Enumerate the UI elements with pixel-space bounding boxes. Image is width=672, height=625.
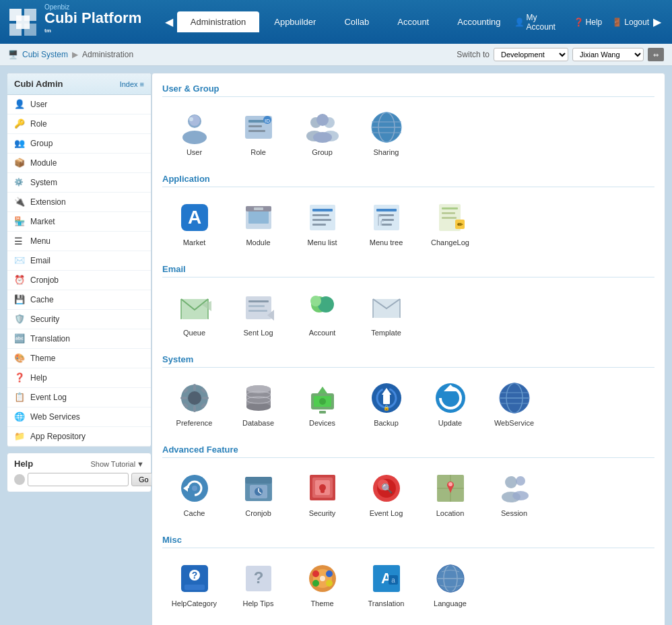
grid-item-changelog[interactable]: ✏ ChangeLog (418, 194, 482, 252)
backup-grid-icon: 🔒 (368, 380, 405, 416)
section-title-misc: Misc (162, 535, 654, 548)
sidebar-item-menu[interactable]: Menu (7, 232, 151, 251)
sidebar-item-system[interactable]: System (7, 173, 151, 193)
grid-item-devices[interactable]: Devices (290, 374, 354, 432)
security-icon (14, 314, 25, 325)
environment-select[interactable]: Development Production (494, 48, 568, 61)
grid-item-database[interactable]: Database (226, 374, 290, 432)
queue-grid-icon (176, 290, 213, 326)
grid-item-language[interactable]: Language (418, 555, 482, 613)
sidebar-item-security[interactable]: Security (7, 310, 151, 329)
grid-item-role[interactable]: ID Role (226, 104, 290, 162)
sidebar-item-module[interactable]: Module (7, 154, 151, 173)
cronjob-grid-icon (240, 470, 277, 506)
grid-item-queue[interactable]: Queue (162, 284, 226, 342)
logo-icon (7, 6, 39, 38)
grid-item-template[interactable]: Template (354, 284, 418, 342)
grid-item-market[interactable]: A Market (162, 194, 226, 252)
market-icon (14, 216, 25, 227)
svg-rect-36 (312, 219, 331, 221)
sidebar-index[interactable]: Index ≡ (120, 80, 144, 88)
theme-icon (14, 353, 25, 364)
svg-rect-37 (312, 224, 326, 226)
svg-text:ID: ID (265, 118, 270, 124)
session-grid-label: Session (501, 509, 527, 517)
nav-right-arrow[interactable]: ▶ (649, 15, 665, 28)
svg-rect-32 (254, 207, 263, 210)
backup-grid-label: Backup (374, 419, 399, 427)
sidebar-item-market[interactable]: Market (7, 212, 151, 232)
sidebar-item-user[interactable]: User (7, 95, 151, 114)
grid-item-user[interactable]: User (162, 104, 226, 162)
grid-item-sharing[interactable]: Sharing (354, 104, 418, 162)
grid-item-session[interactable]: Session (482, 465, 546, 523)
logout-link[interactable]: 🚪 Logout (612, 18, 649, 27)
tab-account[interactable]: Account (384, 11, 442, 32)
grid-item-eventlog[interactable]: 🔍 Event Log (354, 465, 418, 523)
cronjob-grid-label: Cronjob (245, 509, 271, 517)
sidebar-item-webservices[interactable]: Web Services (7, 407, 151, 427)
help-search-input[interactable] (28, 473, 129, 486)
sidebar-item-email[interactable]: Email (7, 251, 151, 271)
grid-item-theme[interactable]: Theme (290, 555, 354, 613)
tab-administration[interactable]: Administration (177, 11, 259, 32)
grid-item-helptips[interactable]: ? Help Tips (226, 555, 290, 613)
sidebar-item-apprepository[interactable]: App Repository (7, 427, 151, 447)
user-select[interactable]: Jixian Wang (572, 48, 644, 61)
grid-item-menulist[interactable]: Menu list (290, 194, 354, 252)
sharing-grid-icon (368, 109, 405, 145)
role-grid-icon: ID (240, 109, 277, 145)
tab-appbuilder[interactable]: Appbuilder (261, 11, 329, 32)
help-nav-icon (14, 372, 25, 383)
section-grid-user-group: User ID Role (162, 104, 654, 162)
section-title-email: Email (162, 264, 654, 277)
grid-item-backup[interactable]: 🔒 Backup (354, 374, 418, 432)
help-panel-title: Help (14, 459, 33, 469)
sidebar-item-extension[interactable]: Extension (7, 193, 151, 212)
show-tutorial-link[interactable]: Show Tutorial ▼ (90, 460, 144, 468)
svg-point-124 (448, 482, 452, 486)
grid-item-security[interactable]: Security (290, 465, 354, 523)
section-grid-application: A Market Module (162, 194, 654, 252)
breadcrumb-system-link[interactable]: Cubi System (22, 50, 68, 59)
help-link[interactable]: ❓ Help (574, 18, 603, 27)
grid-item-webservice[interactable]: WebService (482, 374, 546, 432)
grid-item-module[interactable]: Module (226, 194, 290, 252)
grid-item-cache[interactable]: Cache (162, 465, 226, 523)
sidebar-item-group[interactable]: Group (7, 134, 151, 154)
svg-rect-33 (310, 205, 335, 230)
sidebar-item-eventlog[interactable]: Event Log (7, 388, 151, 407)
my-account-link[interactable]: 👤 My Account (514, 13, 564, 32)
svg-point-20 (313, 132, 332, 143)
svg-rect-92 (383, 395, 390, 404)
grid-item-sentlog[interactable]: Sent Log (226, 284, 290, 342)
svg-rect-59 (248, 305, 265, 307)
svg-text:✏: ✏ (457, 221, 463, 228)
grid-item-email-account[interactable]: Account (290, 284, 354, 342)
grid-item-preference[interactable]: Preference (162, 374, 226, 432)
grid-item-translation[interactable]: A a Translation (354, 555, 418, 613)
grid-item-group[interactable]: Group (290, 104, 354, 162)
grid-item-update[interactable]: Update (418, 374, 482, 432)
location-grid-label: Location (436, 509, 465, 517)
sidebar-item-theme[interactable]: Theme (7, 349, 151, 368)
grid-item-helpcategory[interactable]: ? HelpCategory (162, 555, 226, 613)
sidebar-item-cronjob[interactable]: Cronjob (7, 271, 151, 290)
sidebar-item-help[interactable]: Help (7, 368, 151, 388)
grid-item-menutree[interactable]: Menu tree (354, 194, 418, 252)
svg-rect-35 (312, 214, 329, 216)
tab-collab[interactable]: Collab (331, 11, 382, 32)
main-layout: Cubi Admin Index ≡ User Role Group Modul… (0, 66, 672, 625)
sidebar-item-role[interactable]: Role (7, 114, 151, 134)
helpcategory-grid-icon: ? (176, 560, 213, 597)
helptips-grid-label: Help Tips (243, 599, 274, 607)
grid-item-location[interactable]: Location (418, 465, 482, 523)
tab-accounting[interactable]: Accounting (444, 11, 514, 32)
sidebar-item-translation[interactable]: Translation (7, 329, 151, 349)
svg-rect-71 (193, 405, 196, 412)
svg-point-69 (188, 391, 201, 405)
grid-item-cronjob[interactable]: Cronjob (226, 465, 290, 523)
sidebar-item-cache[interactable]: Cache (7, 290, 151, 310)
nav-left-arrow[interactable]: ◀ (161, 15, 177, 28)
svg-rect-58 (248, 300, 269, 302)
